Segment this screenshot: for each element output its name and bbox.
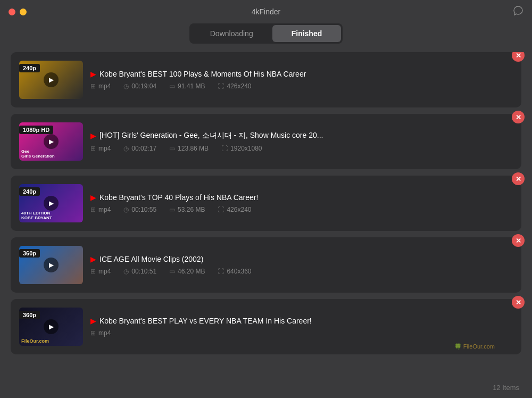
size-value: 91.41 MB	[178, 82, 205, 90]
resolution-value: 426x240	[227, 206, 251, 213]
video-card: ▶ 360p ▶ ICE AGE All Movie Clips (2002) …	[11, 237, 521, 293]
format-icon: ⊞	[90, 206, 96, 213]
video-meta: ⊞ mp4 ◷ 00:19:04 ▭ 91.41 MB ⛶ 426x240	[90, 82, 513, 90]
remove-button[interactable]: ✕	[512, 234, 525, 247]
resolution-icon: ⛶	[218, 206, 224, 213]
title-text: [HOT] Girls' Generation - Gee, 소녀시대 - 지,…	[99, 131, 323, 140]
remove-button[interactable]: ✕	[512, 296, 525, 309]
thumbnail-wrapper: ▶ 40TH EDITIONKOBE BRYANT 240p	[19, 184, 83, 222]
items-count: 12 Items	[493, 384, 519, 392]
size-meta: ▭ 53.26 MB	[169, 206, 205, 213]
format-value: mp4	[98, 145, 111, 152]
title-text: Kobe Bryant's BEST PLAY vs EVERY NBA TEA…	[99, 317, 312, 325]
thumb-label: GeeGirls Generation	[21, 149, 55, 159]
window-minimize-button[interactable]	[20, 9, 27, 15]
resolution-value: 426x240	[227, 82, 251, 90]
youtube-icon: ▶	[90, 131, 96, 140]
format-meta: ⊞ mp4	[90, 206, 111, 213]
clock-icon: ◷	[123, 268, 129, 275]
video-meta: ⊞ mp4 ◷ 00:10:55 ▭ 53.26 MB ⛶ 426x240	[90, 206, 513, 213]
video-card: ▶ 40TH EDITIONKOBE BRYANT 240p ▶ Kobe Br…	[11, 176, 521, 231]
play-icon: ▶	[44, 319, 59, 334]
video-meta: ⊞ mp4	[90, 329, 513, 337]
duration-value: 00:10:51	[131, 268, 156, 275]
clock-icon: ◷	[123, 82, 129, 90]
size-value: 123.86 MB	[178, 145, 209, 152]
quality-badge: 360p	[19, 249, 40, 258]
duration-value: 00:19:04	[131, 82, 156, 90]
duration-meta: ◷ 00:10:55	[123, 206, 156, 213]
window-controls	[9, 9, 27, 15]
size-value: 46.20 MB	[178, 268, 205, 275]
youtube-icon: ▶	[90, 255, 96, 263]
resolution-icon: ⛶	[221, 145, 228, 152]
format-meta: ⊞ mp4	[90, 145, 111, 152]
video-info: ▶ ICE AGE All Movie Clips (2002) ⊞ mp4 ◷…	[90, 255, 513, 275]
format-icon: ⊞	[90, 268, 96, 275]
play-icon: ▶	[44, 72, 59, 87]
play-icon: ▶	[44, 134, 59, 149]
thumbnail-wrapper: ▶ GeeGirls Generation 1080p HD	[19, 122, 83, 161]
window-close-button[interactable]	[9, 9, 15, 15]
quality-badge: 360p	[19, 311, 40, 319]
clock-icon: ◷	[123, 206, 129, 213]
chat-icon[interactable]	[513, 5, 523, 19]
resolution-icon: ⛶	[218, 82, 224, 90]
duration-meta: ◷ 00:19:04	[123, 82, 156, 90]
video-title: ▶ Kobe Bryant's TOP 40 Plays of His NBA …	[90, 193, 513, 202]
app-title: 4kFinder	[252, 7, 280, 16]
title-text: Kobe Bryant's TOP 40 Plays of His NBA Ca…	[99, 193, 258, 202]
folder-icon: ▭	[169, 206, 175, 213]
resolution-value: 640x360	[227, 268, 251, 275]
content-area[interactable]: ▶ 240p ▶ Kobe Bryant's BEST 100 Plays & …	[0, 52, 532, 386]
quality-badge: 1080p HD	[19, 126, 53, 134]
play-icon: ▶	[44, 196, 59, 211]
thumbnail-wrapper: ▶ 240p	[19, 61, 83, 99]
remove-button[interactable]: ✕	[512, 111, 525, 123]
folder-icon: ▭	[169, 268, 175, 275]
format-value: mp4	[98, 329, 111, 337]
format-value: mp4	[98, 82, 111, 90]
video-meta: ⊞ mp4 ◷ 00:02:17 ▭ 123.86 MB ⛶ 1920x1080	[90, 145, 513, 152]
video-info: ▶ [HOT] Girls' Generation - Gee, 소녀시대 - …	[90, 131, 513, 152]
remove-button[interactable]: ✕	[512, 52, 525, 62]
format-icon: ⊞	[90, 329, 96, 337]
size-meta: ▭ 123.86 MB	[169, 145, 209, 152]
folder-icon: ▭	[169, 145, 175, 152]
thumb-label: 40TH EDITIONKOBE BRYANT	[21, 211, 52, 220]
format-meta: ⊞ mp4	[90, 329, 111, 337]
quality-badge: 240p	[19, 187, 40, 196]
resolution-meta: ⛶ 426x240	[218, 82, 251, 90]
title-text: Kobe Bryant's BEST 100 Plays & Moments O…	[99, 70, 306, 78]
duration-value: 00:10:55	[131, 206, 156, 213]
format-value: mp4	[98, 206, 111, 213]
remove-button[interactable]: ✕	[512, 172, 525, 185]
quality-badge: 240p	[19, 64, 40, 72]
title-bar: 4kFinder	[0, 0, 532, 23]
video-title: ▶ Kobe Bryant's BEST PLAY vs EVERY NBA T…	[90, 317, 513, 325]
resolution-icon: ⛶	[218, 268, 224, 275]
format-meta: ⊞ mp4	[90, 82, 111, 90]
play-icon: ▶	[44, 258, 59, 272]
size-meta: ▭ 46.20 MB	[169, 268, 205, 275]
video-card: ▶ GeeGirls Generation 1080p HD ▶ [HOT] G…	[11, 114, 521, 169]
clock-icon: ◷	[123, 145, 129, 152]
title-text: ICE AGE All Movie Clips (2002)	[99, 255, 203, 263]
video-info: ▶ Kobe Bryant's BEST 100 Plays & Moments…	[90, 70, 513, 90]
video-meta: ⊞ mp4 ◷ 00:10:51 ▭ 46.20 MB ⛶ 640x360	[90, 268, 513, 275]
format-icon: ⊞	[90, 82, 96, 90]
resolution-meta: ⛶ 1920x1080	[221, 145, 262, 152]
thumbnail-wrapper: ▶ FileOur.com 360p	[19, 308, 83, 346]
thumb-label: FileOur.com	[21, 338, 49, 344]
format-meta: ⊞ mp4	[90, 268, 111, 275]
duration-meta: ◷ 00:02:17	[123, 145, 156, 152]
resolution-meta: ⛶ 640x360	[218, 268, 251, 275]
video-info: ▶ Kobe Bryant's BEST PLAY vs EVERY NBA T…	[90, 317, 513, 337]
watermark: 🍀 FileOur.com	[454, 343, 495, 350]
video-title: ▶ [HOT] Girls' Generation - Gee, 소녀시대 - …	[90, 131, 513, 140]
video-card: ▶ FileOur.com 360p ▶ Kobe Bryant's BEST …	[11, 299, 521, 354]
thumbnail-wrapper: ▶ 360p	[19, 246, 83, 284]
video-title: ▶ Kobe Bryant's BEST 100 Plays & Moments…	[90, 70, 513, 78]
tab-finished[interactable]: Finished	[272, 25, 342, 42]
tab-downloading[interactable]: Downloading	[191, 25, 272, 42]
